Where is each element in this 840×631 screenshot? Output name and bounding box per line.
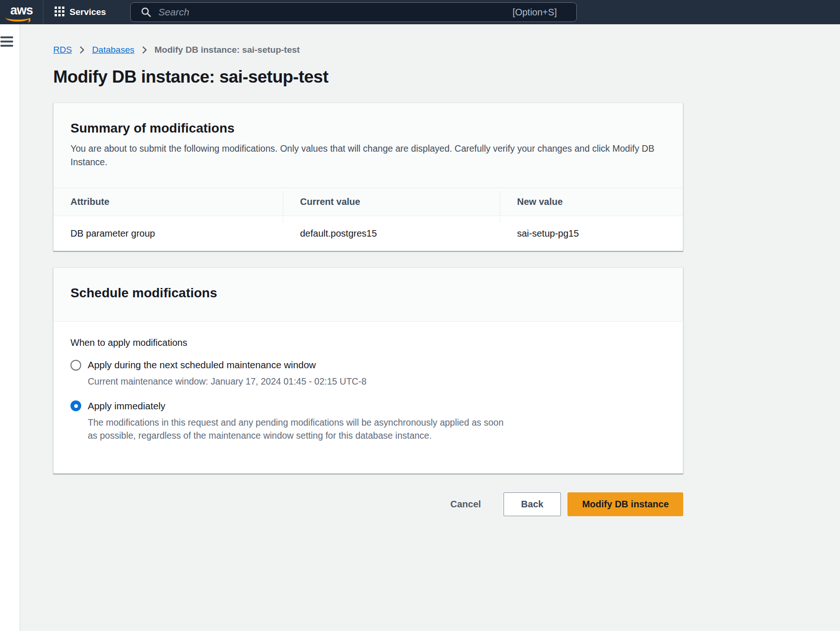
radio-label-apply-immediately[interactable]: Apply immediately	[88, 400, 165, 412]
schedule-card-title: Schedule modifications	[70, 286, 666, 301]
apply-immediately-description: The modifications in this request and an…	[88, 416, 505, 442]
services-menu-button[interactable]: Services	[43, 0, 117, 24]
column-header-attribute: Attribute	[54, 196, 283, 207]
summary-of-modifications-card: Summary of modifications You are about t…	[53, 103, 683, 251]
aws-smile-icon	[6, 14, 30, 21]
radio-button-icon[interactable]	[70, 400, 81, 411]
modifications-table-header: Attribute Current value New value	[54, 188, 683, 216]
aws-logo-text: aws	[10, 6, 33, 15]
maintenance-window-description: Current maintenance window: January 17, …	[88, 375, 666, 388]
when-to-apply-label: When to apply modifications	[70, 337, 666, 348]
search-input[interactable]: Search [Option+S]	[130, 2, 577, 22]
schedule-card-header: Schedule modifications	[54, 268, 683, 322]
summary-card-title: Summary of modifications	[70, 121, 666, 136]
schedule-card-body: When to apply modifications Apply during…	[54, 322, 683, 473]
top-navigation-bar: aws Services Search [Option+S]	[0, 0, 840, 24]
side-rail	[0, 24, 20, 631]
breadcrumb: RDS Databases Modify DB instance: sai-se…	[53, 45, 683, 55]
services-label: Services	[70, 7, 106, 17]
breadcrumb-link-databases[interactable]: Databases	[92, 45, 134, 55]
aws-logo[interactable]: aws	[0, 0, 43, 24]
page-title: Modify DB instance: sai-setup-test	[53, 67, 683, 87]
breadcrumb-current-page: Modify DB instance: sai-setup-test	[154, 45, 300, 55]
menu-icon[interactable]	[0, 36, 13, 47]
modify-db-instance-button[interactable]: Modify DB instance	[567, 492, 683, 516]
search-shortcut-hint: [Option+S]	[512, 7, 557, 18]
radio-button-icon[interactable]	[70, 360, 81, 371]
back-button[interactable]: Back	[504, 492, 561, 516]
radio-option-apply-immediately[interactable]: Apply immediately	[70, 400, 666, 412]
search-placeholder: Search	[158, 7, 505, 18]
breadcrumb-chevron-icon	[79, 46, 85, 54]
search-icon	[141, 7, 151, 17]
column-header-current-value: Current value	[283, 196, 500, 207]
radio-option-maintenance-window[interactable]: Apply during the next scheduled maintena…	[70, 359, 666, 371]
column-header-new-value: New value	[500, 196, 683, 207]
radio-label-maintenance-window[interactable]: Apply during the next scheduled maintena…	[88, 359, 316, 371]
table-row: DB parameter group default.postgres15 sa…	[54, 216, 683, 251]
cell-attribute: DB parameter group	[54, 228, 283, 239]
summary-card-description: You are about to submit the following mo…	[70, 142, 659, 169]
breadcrumb-chevron-icon	[141, 46, 147, 54]
breadcrumb-link-rds[interactable]: RDS	[53, 45, 72, 55]
action-buttons-row: Cancel Back Modify DB instance	[53, 492, 683, 516]
cell-new-value: sai-setup-pg15	[500, 228, 683, 239]
cancel-button[interactable]: Cancel	[450, 492, 481, 516]
schedule-modifications-card: Schedule modifications When to apply mod…	[53, 267, 683, 474]
summary-card-header: Summary of modifications You are about t…	[54, 103, 683, 188]
cell-current-value: default.postgres15	[283, 228, 500, 239]
services-grid-icon	[55, 7, 64, 18]
main-content: RDS Databases Modify DB instance: sai-se…	[20, 24, 840, 631]
